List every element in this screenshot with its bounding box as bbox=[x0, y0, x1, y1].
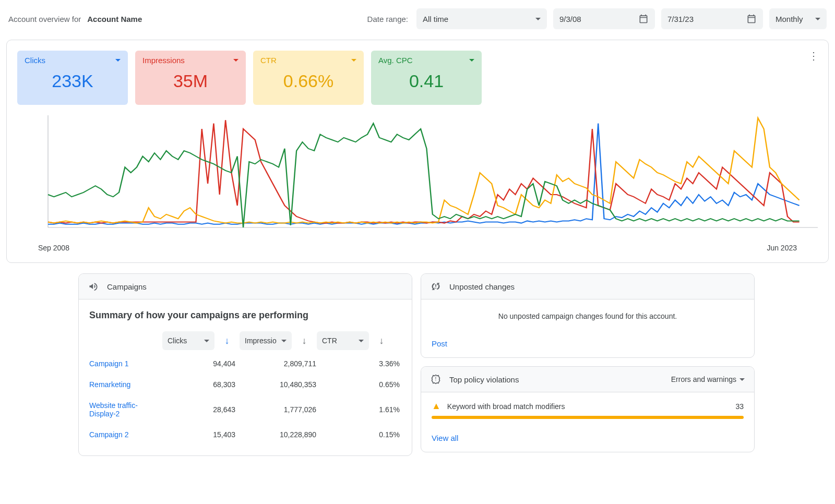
cell-impressions: 1,777,026 bbox=[235, 405, 316, 414]
chevron-down-icon bbox=[359, 340, 364, 342]
column-label: CTR bbox=[322, 337, 337, 345]
policy-row-text: Keyword with broad match modifiers bbox=[447, 402, 565, 411]
arrow-down-icon: ↓ bbox=[302, 335, 307, 346]
column-impressions-select[interactable]: Impressio bbox=[240, 331, 292, 350]
chevron-down-icon bbox=[469, 59, 474, 62]
overview-chart: Sep 2008 Jun 2023 bbox=[17, 115, 818, 252]
date-range-label: Date range: bbox=[367, 15, 408, 23]
chevron-down-icon bbox=[351, 59, 356, 62]
policy-row[interactable]: ▲ Keyword with broad match modifiers 33 bbox=[421, 392, 754, 416]
table-row: Campaign 215,40310,228,8900.15% bbox=[89, 424, 401, 445]
sort-ctr-button[interactable]: ↓ bbox=[374, 331, 389, 350]
chevron-down-icon bbox=[815, 18, 820, 20]
calendar-icon bbox=[746, 14, 757, 24]
table-row: Website traffic-Display-228,6431,777,026… bbox=[89, 395, 401, 424]
arrow-down-icon: ↓ bbox=[225, 335, 230, 346]
metric-label: Avg. CPC bbox=[378, 56, 413, 65]
end-date-input[interactable]: 7/31/23 bbox=[661, 8, 763, 29]
campaigns-panel: Campaigns Summary of how your campaigns … bbox=[78, 273, 412, 456]
campaigns-summary-title: Summary of how your campaigns are perfor… bbox=[79, 299, 412, 328]
start-date-value: 9/3/08 bbox=[559, 15, 581, 23]
cell-impressions: 10,228,890 bbox=[235, 430, 316, 439]
campaign-link[interactable]: Campaign 2 bbox=[89, 430, 152, 439]
table-header: Clicks ↓ Impressio ↓ CTR ↓ bbox=[89, 328, 401, 353]
campaign-link[interactable]: Campaign 1 bbox=[89, 359, 152, 368]
metric-clicks[interactable]: Clicks 233K bbox=[17, 51, 128, 105]
account-name: Account Name bbox=[87, 15, 142, 23]
cell-clicks: 15,403 bbox=[168, 430, 235, 439]
metric-row: Clicks 233K Impressions 35M CTR 0.66% Av… bbox=[17, 51, 818, 105]
chevron-down-icon bbox=[233, 59, 238, 62]
cell-ctr: 0.15% bbox=[316, 430, 400, 439]
cell-impressions: 2,809,711 bbox=[235, 359, 316, 368]
date-range-value: All time bbox=[423, 15, 448, 23]
period-value: Monthly bbox=[776, 15, 803, 23]
policy-progress-bar bbox=[432, 416, 744, 419]
end-date-value: 7/31/23 bbox=[667, 15, 694, 23]
svg-text:!: ! bbox=[435, 376, 437, 382]
chevron-down-icon bbox=[739, 378, 745, 381]
cell-ctr: 0.65% bbox=[316, 380, 400, 389]
line-chart-svg bbox=[17, 115, 818, 241]
policy-filter-value: Errors and warnings bbox=[671, 375, 736, 383]
period-select[interactable]: Monthly bbox=[769, 8, 827, 29]
metric-label: Clicks bbox=[25, 56, 45, 65]
metric-value: 0.41 bbox=[378, 71, 474, 91]
date-range-select[interactable]: All time bbox=[416, 8, 547, 29]
table-row: Campaign 194,4042,809,7113.36% bbox=[89, 353, 401, 374]
chevron-down-icon bbox=[204, 340, 209, 342]
page-header: Account overview for Account Name Date r… bbox=[0, 0, 835, 33]
table-row: Remarketing68,30310,480,3530.65% bbox=[89, 374, 401, 395]
policy-header: ! Top policy violations Errors and warni… bbox=[421, 367, 754, 392]
column-label: Clicks bbox=[168, 337, 187, 345]
campaign-link[interactable]: Remarketing bbox=[89, 380, 152, 389]
warning-icon: ▲ bbox=[432, 401, 441, 412]
more-menu-icon[interactable]: ⋮ bbox=[808, 50, 819, 62]
cell-impressions: 10,480,353 bbox=[235, 380, 316, 389]
metric-ctr[interactable]: CTR 0.66% bbox=[253, 51, 364, 105]
metric-value: 35M bbox=[142, 71, 238, 91]
chart-series-avg-cpc bbox=[48, 124, 800, 228]
policy-panel: ! Top policy violations Errors and warni… bbox=[421, 366, 755, 452]
cell-ctr: 3.36% bbox=[316, 359, 400, 368]
arrow-down-icon: ↓ bbox=[379, 335, 384, 346]
post-button[interactable]: Post bbox=[421, 333, 754, 357]
overview-card: ⋮ Clicks 233K Impressions 35M CTR 0.66% … bbox=[6, 40, 829, 263]
lower-row: Campaigns Summary of how your campaigns … bbox=[0, 263, 835, 456]
metric-label: CTR bbox=[260, 56, 277, 65]
calendar-icon bbox=[638, 14, 649, 24]
view-all-button[interactable]: View all bbox=[421, 427, 754, 452]
cell-clicks: 94,404 bbox=[168, 359, 235, 368]
overview-label: Account overview for bbox=[8, 15, 81, 23]
policy-title: Top policy violations bbox=[449, 375, 519, 384]
campaigns-header: Campaigns bbox=[79, 274, 412, 299]
chart-series-impressions bbox=[48, 120, 800, 223]
chevron-down-icon bbox=[115, 59, 121, 62]
unposted-message: No unposted campaign changes found for t… bbox=[421, 299, 754, 333]
cell-clicks: 68,303 bbox=[168, 380, 235, 389]
unposted-panel: Unposted changes No unposted campaign ch… bbox=[421, 273, 755, 358]
campaigns-table: Clicks ↓ Impressio ↓ CTR ↓ Campaign 194,… bbox=[79, 328, 412, 455]
metric-value: 233K bbox=[25, 71, 121, 91]
chevron-down-icon bbox=[281, 340, 287, 342]
column-clicks-select[interactable]: Clicks bbox=[162, 331, 214, 350]
sort-clicks-button[interactable]: ↓ bbox=[220, 331, 234, 350]
unposted-title: Unposted changes bbox=[449, 282, 515, 291]
megaphone-icon bbox=[88, 281, 99, 292]
metric-avg-cpc[interactable]: Avg. CPC 0.41 bbox=[371, 51, 482, 105]
start-date-input[interactable]: 9/3/08 bbox=[553, 8, 655, 29]
sync-problem-icon bbox=[431, 281, 441, 292]
chevron-down-icon bbox=[535, 18, 541, 20]
campaigns-title: Campaigns bbox=[107, 282, 147, 291]
metric-impressions[interactable]: Impressions 35M bbox=[135, 51, 246, 105]
chart-x-end: Jun 2023 bbox=[767, 244, 797, 252]
unposted-header: Unposted changes bbox=[421, 274, 754, 299]
cell-ctr: 1.61% bbox=[316, 405, 400, 414]
policy-filter-select[interactable]: Errors and warnings bbox=[671, 375, 745, 383]
column-ctr-select[interactable]: CTR bbox=[317, 331, 369, 350]
chart-series-ctr bbox=[48, 118, 800, 223]
chart-x-start: Sep 2008 bbox=[38, 244, 69, 252]
sort-impressions-button[interactable]: ↓ bbox=[297, 331, 312, 350]
cell-clicks: 28,643 bbox=[168, 405, 235, 414]
campaign-link[interactable]: Website traffic-Display-2 bbox=[89, 401, 152, 418]
